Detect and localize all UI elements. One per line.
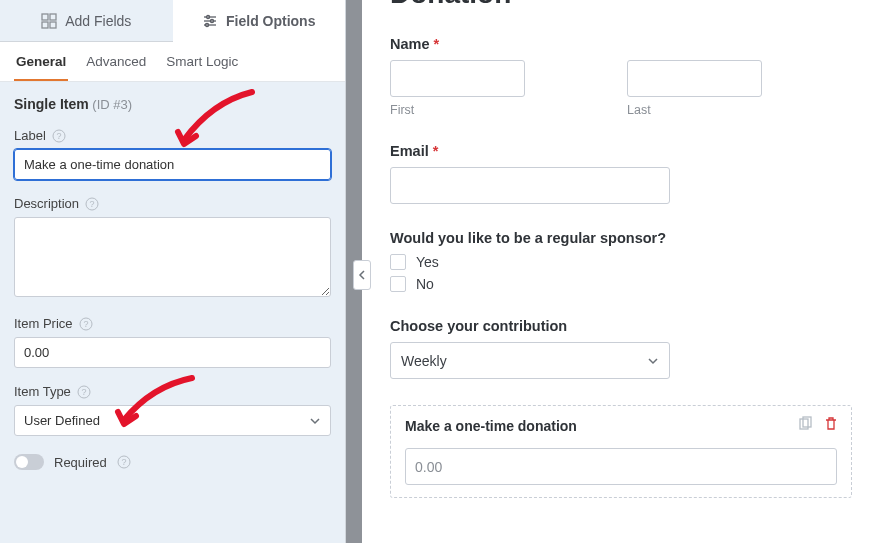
- description-field-label: Description ?: [14, 196, 331, 211]
- help-icon[interactable]: ?: [117, 455, 131, 469]
- field-sponsor[interactable]: Would you like to be a regular sponsor? …: [390, 230, 852, 292]
- svg-rect-2: [42, 22, 48, 28]
- contribution-select[interactable]: Weekly: [390, 342, 670, 379]
- sidebar-top-tabs: Add Fields Field Options: [0, 0, 345, 42]
- tab-field-options-label: Field Options: [226, 13, 315, 29]
- svg-rect-0: [42, 14, 48, 20]
- item-price-input[interactable]: [14, 337, 331, 368]
- trash-icon[interactable]: [823, 416, 839, 432]
- sponsor-option-yes[interactable]: Yes: [390, 254, 852, 270]
- checkbox-icon: [390, 254, 406, 270]
- field-options-panel: Single Item (ID #3) Label ? Description …: [0, 82, 345, 543]
- form-title: Donation: [390, 0, 852, 10]
- help-icon[interactable]: ?: [52, 129, 66, 143]
- checkbox-icon: [390, 276, 406, 292]
- chevron-down-icon: [647, 355, 659, 367]
- last-name-input[interactable]: [627, 60, 762, 97]
- form-preview: Donation Name* First Last Email* Would y…: [362, 0, 880, 543]
- required-label: Required: [54, 455, 107, 470]
- grid-icon: [41, 13, 57, 29]
- subtab-general[interactable]: General: [14, 42, 68, 81]
- svg-text:?: ?: [121, 457, 126, 467]
- help-icon[interactable]: ?: [79, 317, 93, 331]
- required-toggle[interactable]: [14, 454, 44, 470]
- help-icon[interactable]: ?: [85, 197, 99, 211]
- collapse-handle[interactable]: [353, 260, 371, 290]
- item-type-select[interactable]: User Defined: [14, 405, 331, 436]
- label-input[interactable]: [14, 149, 331, 180]
- item-price-label: Item Price ?: [14, 316, 331, 331]
- svg-rect-1: [50, 14, 56, 20]
- tab-add-fields-label: Add Fields: [65, 13, 131, 29]
- panel-divider[interactable]: [346, 0, 362, 543]
- field-type-heading: Single Item (ID #3): [14, 96, 331, 112]
- sliders-icon: [202, 13, 218, 29]
- duplicate-icon[interactable]: [797, 416, 813, 432]
- help-icon[interactable]: ?: [77, 385, 91, 399]
- field-contribution[interactable]: Choose your contribution Weekly: [390, 318, 852, 379]
- first-name-input[interactable]: [390, 60, 525, 97]
- field-type-name: Single Item: [14, 96, 89, 112]
- last-sublabel: Last: [627, 103, 852, 117]
- subtab-advanced[interactable]: Advanced: [84, 42, 148, 81]
- field-name[interactable]: Name* First Last: [390, 36, 852, 117]
- subtab-smart-logic[interactable]: Smart Logic: [164, 42, 240, 81]
- description-input[interactable]: [14, 217, 331, 297]
- required-asterisk: *: [433, 143, 439, 159]
- field-email[interactable]: Email*: [390, 143, 852, 204]
- label-field-label: Label ?: [14, 128, 331, 143]
- tab-add-fields[interactable]: Add Fields: [0, 0, 173, 42]
- item-type-label: Item Type ?: [14, 384, 331, 399]
- field-one-time-donation-selected[interactable]: Make a one-time donation: [390, 405, 852, 498]
- svg-text:?: ?: [81, 387, 86, 397]
- svg-text:?: ?: [90, 199, 95, 209]
- tab-field-options[interactable]: Field Options: [173, 0, 346, 42]
- field-id: (ID #3): [89, 97, 132, 112]
- svg-rect-3: [50, 22, 56, 28]
- sidebar-sub-tabs: General Advanced Smart Logic: [0, 42, 345, 82]
- required-asterisk: *: [434, 36, 440, 52]
- email-input[interactable]: [390, 167, 670, 204]
- donation-amount-input[interactable]: [405, 448, 837, 485]
- svg-text:?: ?: [83, 319, 88, 329]
- first-sublabel: First: [390, 103, 615, 117]
- svg-text:?: ?: [56, 131, 61, 141]
- sponsor-option-no[interactable]: No: [390, 276, 852, 292]
